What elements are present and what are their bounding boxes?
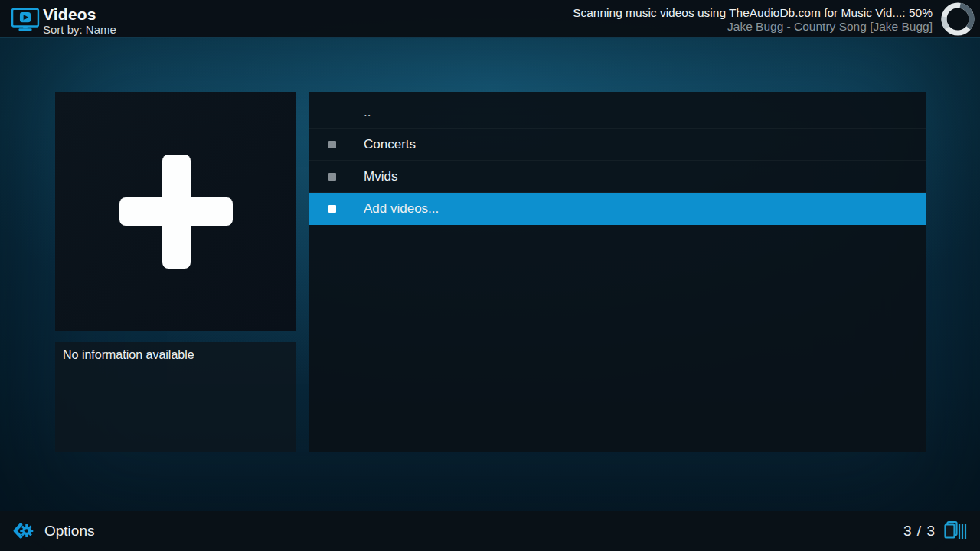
item-info-panel: No information available bbox=[55, 342, 296, 452]
item-bullet-icon bbox=[328, 141, 336, 148]
item-bullet-icon bbox=[328, 173, 336, 181]
bottom-bar: Options 3 / 3 bbox=[0, 511, 980, 551]
options-label: Options bbox=[44, 523, 94, 540]
options-button[interactable]: Options bbox=[11, 518, 94, 544]
item-bullet-icon bbox=[328, 205, 336, 213]
file-list: .. Concerts Mvids Add videos... bbox=[309, 96, 926, 225]
videos-section-icon bbox=[11, 8, 40, 32]
list-item[interactable]: Add videos... bbox=[309, 193, 926, 225]
scan-progress-text: Scanning music videos using TheAudioDb.c… bbox=[573, 5, 933, 20]
busy-spinner-icon bbox=[940, 2, 975, 37]
item-label: Concerts bbox=[364, 129, 416, 160]
position-count: 3 / 3 bbox=[903, 523, 936, 540]
item-label: Mvids bbox=[364, 161, 397, 192]
list-position-indicator: 3 / 3 bbox=[903, 518, 968, 544]
list-item[interactable]: Concerts bbox=[309, 129, 926, 161]
plus-icon bbox=[55, 92, 296, 331]
file-list-panel: .. Concerts Mvids Add videos... bbox=[309, 92, 926, 452]
list-item[interactable]: .. bbox=[309, 96, 926, 129]
focused-item-thumbnail bbox=[55, 92, 296, 331]
item-label: .. bbox=[364, 96, 371, 128]
page-title: Videos bbox=[43, 5, 96, 24]
kodi-screen: Videos Sort by: Name Scanning music vide… bbox=[0, 0, 980, 551]
top-bar: Videos Sort by: Name Scanning music vide… bbox=[0, 0, 980, 38]
items-stack-icon bbox=[943, 520, 968, 542]
item-info-text: No information available bbox=[63, 348, 194, 362]
list-item[interactable]: Mvids bbox=[309, 161, 926, 193]
sort-order-label: Sort by: Name bbox=[43, 23, 116, 36]
scan-status: Scanning music videos using TheAudioDb.c… bbox=[573, 5, 933, 33]
options-gear-icon bbox=[11, 518, 37, 544]
item-label: Add videos... bbox=[364, 193, 439, 224]
scan-current-item-text: Jake Bugg - Country Song [Jake Bugg] bbox=[573, 20, 933, 33]
